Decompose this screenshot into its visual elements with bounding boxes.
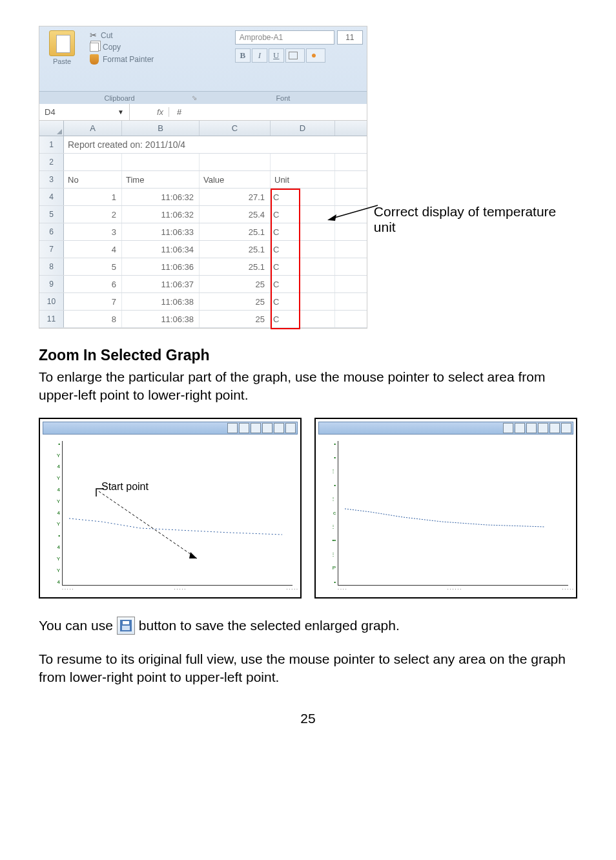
toolbar-icon[interactable] (239, 423, 249, 433)
cell-no[interactable]: 6 (64, 276, 122, 292)
cell-unit[interactable]: C (271, 258, 335, 275)
row-header[interactable]: 5 (39, 206, 64, 223)
row-header[interactable]: 1 (39, 136, 64, 153)
font-name-select[interactable]: Amprobe-A1 (235, 30, 334, 45)
column-header-d[interactable]: D (271, 121, 335, 136)
row-header[interactable]: 11 (39, 311, 64, 327)
underline-button[interactable]: U (269, 48, 284, 63)
column-header-c[interactable]: C (200, 121, 271, 136)
header-no[interactable]: No (64, 171, 122, 188)
cell-no[interactable]: 5 (64, 258, 122, 275)
borders-button[interactable] (285, 48, 305, 63)
graph-after-zoom: ••⋮•⋮c⋮••⋮P• · · · ·· · · · · ·· · · · · (314, 418, 577, 599)
cell-no[interactable]: 2 (64, 206, 122, 223)
name-box[interactable]: D4▼ (39, 104, 130, 120)
cell[interactable] (122, 154, 200, 170)
row-header[interactable]: 3 (39, 171, 64, 188)
cell-value[interactable]: 25 (200, 276, 271, 292)
row-header[interactable]: 10 (39, 293, 64, 310)
cell-time[interactable]: 11:06:36 (122, 258, 200, 275)
clipboard-expand-icon[interactable]: ⬂ (192, 94, 197, 101)
x-axis-area: · · · ·· · · · · ·· · · · · (338, 587, 573, 599)
font-group-label: Font (200, 94, 367, 102)
toolbar-icon[interactable] (251, 423, 261, 433)
cell-no[interactable]: 3 (64, 223, 122, 240)
cell-unit[interactable]: C (271, 241, 335, 258)
fill-color-button[interactable] (306, 48, 325, 63)
y-axis-ticks: •Y4Y4Y4Y•4YY4 (47, 441, 60, 585)
toolbar-icon[interactable] (561, 423, 571, 433)
zoomed-data-line (338, 441, 568, 585)
toolbar-icon[interactable] (262, 423, 272, 433)
data-row: 8511:06:3625.1C (39, 258, 367, 276)
fx-label: fx (130, 107, 169, 117)
cell-time[interactable]: 11:06:38 (122, 311, 200, 327)
floppy-icon (120, 620, 132, 631)
row-header[interactable]: 2 (39, 154, 64, 170)
cell-unit[interactable]: C (271, 223, 335, 240)
row-header[interactable]: 9 (39, 276, 64, 292)
cell-unit[interactable]: C (271, 311, 335, 327)
toolbar-icon[interactable] (549, 423, 560, 433)
select-all-corner[interactable] (39, 121, 64, 136)
format-painter-button[interactable]: Format Painter (90, 54, 226, 65)
report-title-cell[interactable]: Report created on: 2011/10/4 (64, 136, 271, 153)
name-box-dropdown-icon[interactable]: ▼ (118, 108, 124, 116)
row-header[interactable]: 6 (39, 223, 64, 240)
cell-no[interactable]: 1 (64, 189, 122, 205)
bold-button[interactable]: B (235, 48, 251, 63)
copy-button[interactable]: Copy (90, 43, 226, 52)
cell-value[interactable]: 25.4 (200, 206, 271, 223)
row-header[interactable]: 8 (39, 258, 64, 275)
paragraph-2: To resume to its original full view, use… (39, 650, 577, 687)
toolbar-icon[interactable] (526, 423, 537, 433)
cell-time[interactable]: 11:06:32 (122, 189, 200, 205)
formula-bar-value[interactable]: # (169, 107, 181, 117)
cell-time[interactable]: 11:06:33 (122, 223, 200, 240)
plot-area[interactable]: •Y4Y4Y4Y•4YY4 Start point (62, 441, 293, 586)
cell-value[interactable]: 25 (200, 293, 271, 310)
header-value[interactable]: Value (200, 171, 271, 188)
cell[interactable] (200, 154, 271, 170)
header-time[interactable]: Time (122, 171, 200, 188)
cell-no[interactable]: 8 (64, 311, 122, 327)
cell[interactable] (271, 154, 335, 170)
cell-unit[interactable]: C (271, 189, 335, 205)
toolbar-icon[interactable] (274, 423, 284, 433)
toolbar-icon[interactable] (503, 423, 513, 433)
toolbar-icon[interactable] (538, 423, 548, 433)
cell-time[interactable]: 11:06:37 (122, 276, 200, 292)
save-button[interactable] (117, 617, 135, 635)
cell-value[interactable]: 25 (200, 311, 271, 327)
cut-icon (90, 30, 97, 40)
cut-button[interactable]: Cut (90, 30, 226, 40)
cell-no[interactable]: 7 (64, 293, 122, 310)
cell-value[interactable]: 25.1 (200, 258, 271, 275)
cell-value[interactable]: 25.1 (200, 223, 271, 240)
cell-value[interactable]: 25.1 (200, 241, 271, 258)
cell-value[interactable]: 27.1 (200, 189, 271, 205)
column-header-a[interactable]: A (64, 121, 122, 136)
cell-unit[interactable]: C (271, 293, 335, 310)
toolbar-icon[interactable] (285, 423, 296, 433)
font-size-select[interactable]: 11 (337, 30, 363, 45)
section-heading: Zoom In Selected Graph (39, 347, 577, 364)
graph-before-zoom: •Y4Y4Y4Y•4YY4 Start point · · · · ·· · ·… (39, 418, 302, 599)
row-header[interactable]: 7 (39, 241, 64, 258)
cell-unit[interactable]: C (271, 276, 335, 292)
cell[interactable] (64, 154, 122, 170)
toolbar-icon[interactable] (515, 423, 525, 433)
cell-no[interactable]: 4 (64, 241, 122, 258)
paste-icon[interactable] (49, 30, 75, 56)
cell-time[interactable]: 11:06:32 (122, 206, 200, 223)
cell-time[interactable]: 11:06:34 (122, 241, 200, 258)
header-unit[interactable]: Unit (271, 171, 335, 188)
graph-examples: •Y4Y4Y4Y•4YY4 Start point · · · · ·· · ·… (39, 418, 577, 599)
toolbar-icon[interactable] (227, 423, 238, 433)
row-header[interactable]: 4 (39, 189, 64, 205)
italic-button[interactable]: I (252, 48, 267, 63)
column-header-b[interactable]: B (122, 121, 200, 136)
cell-time[interactable]: 11:06:38 (122, 293, 200, 310)
plot-area-zoomed[interactable]: ••⋮•⋮c⋮••⋮P• (338, 441, 568, 586)
cell-unit[interactable]: C (271, 206, 335, 223)
